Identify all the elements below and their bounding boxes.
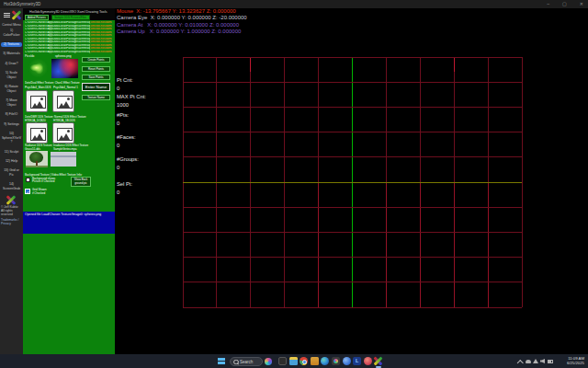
image-placeholder[interactable] <box>52 122 74 144</box>
grid-hline <box>183 207 523 208</box>
section2-left-label: HT8K2A_DCB20 <box>25 119 46 122</box>
grid-hline <box>183 232 523 233</box>
folder-icon[interactable] <box>311 357 319 365</box>
search-label: Search <box>240 360 253 364</box>
grid-vline-bright <box>420 182 421 307</box>
copilot-icon[interactable] <box>265 358 272 365</box>
sidebar-item-14[interactable]: 14) ScreenGrab <box>1 182 22 191</box>
grid-shown-checkbox[interactable]: ✓ <box>25 189 30 194</box>
red-app-icon[interactable] <box>364 357 372 365</box>
grid-tick <box>454 57 455 72</box>
control-menu-label: Control Menu <box>0 23 23 27</box>
status-bar: Opened file Load/Chosen Texture/Image0: … <box>23 212 115 234</box>
tab-sample-dds-pictures[interactable]: Sample DDS Pictures/Files <box>51 15 90 20</box>
tray-speaker-icon[interactable] <box>540 359 546 364</box>
viewport[interactable]: Mouse X: -13.795667 Y: 13.323627 Z: 0.00… <box>115 8 588 354</box>
sidebar-item-7[interactable]: 7) Move Object <box>1 98 22 108</box>
clock-date: 6/25/2025 <box>567 361 584 365</box>
show-background-pic-button[interactable]: Show Back ground pic <box>71 177 91 187</box>
section1-caption: Dots/Dual Effect Texture; Chan1 Effect T… <box>25 81 110 85</box>
tab-added-pictures[interactable]: Added Pictures <box>25 15 49 20</box>
grid-vline <box>522 57 523 307</box>
blue-app-icon[interactable] <box>343 357 351 365</box>
grid-vline-bright <box>318 182 319 307</box>
save-points-button[interactable]: Save Points <box>82 75 110 80</box>
sidebar-item-6[interactable]: 6) Rotate Object <box>1 85 22 94</box>
section1-right-label: Psys3dx4_Normal 1 <box>53 86 78 89</box>
create-points-button[interactable]: Create Points <box>82 57 110 63</box>
camera-at-coordinates: Camera At X: 0.000000 Y: 0.010000 Z: 0.0… <box>117 22 239 28</box>
stat-selpt: Sel Pt:0 <box>117 181 132 195</box>
background-picture-checkbox[interactable] <box>26 178 30 182</box>
taskbar: Search 11:09 AM 6/25/2025 <box>0 354 588 368</box>
mouse-coordinates: Mouse X: -13.795667 Y: 13.323627 Z: 0.00… <box>117 8 236 14</box>
pics-label: Pics/dx <box>25 54 34 58</box>
sidebar-item-4[interactable]: 4) Draw? <box>1 62 22 66</box>
file-path-row[interactable]: C:\Users\CharlieX\AppData\Local\Packages… <box>25 51 112 54</box>
copyright-text: © Jeff Kubitz All rights reserved <box>1 206 22 217</box>
terminal-icon[interactable] <box>278 357 287 365</box>
sidebar-item-10[interactable]: 10) SphereXYorV ? <box>1 132 22 144</box>
status-bar-text: Opened file Load/Chosen Texture/Image0: … <box>25 213 101 216</box>
grid-hline <box>183 307 523 308</box>
grid-vline-bright <box>386 182 387 307</box>
tray-cloud-icon[interactable] <box>526 359 531 364</box>
stat-maxptcnt: MAX Pt Cnt:1000 <box>117 94 146 108</box>
stat-ptcnt: Pt Cnt:0 <box>117 77 133 91</box>
grid-hline <box>183 82 523 83</box>
sidebar-item-1[interactable]: 1) ColorPicker <box>1 29 22 38</box>
file-list: C:\Users\CharlieX\AppData\Local\Packages… <box>25 21 112 53</box>
sidebar-menu: 1) ColorPicker2) Textures3) Materials4) … <box>1 29 22 197</box>
stat-pts: #Pts:0 <box>117 112 129 126</box>
grid-center-hline <box>183 182 523 183</box>
stat-groups: #Groups:0 <box>117 156 139 170</box>
window-title: Hot3dxSymmetry3D <box>4 2 40 6</box>
search-icon <box>233 360 239 365</box>
grid-hline <box>183 257 523 258</box>
tray-battery-icon[interactable] <box>548 359 553 364</box>
sidebar-item-2[interactable]: 2) Textures <box>1 42 22 47</box>
grid-hline <box>183 107 523 108</box>
sidebar-item-5[interactable]: 5) Scale Object <box>1 71 22 80</box>
search-box[interactable]: Search <box>230 357 263 366</box>
linkedin-icon[interactable] <box>353 357 361 365</box>
hot3dx-app-icon[interactable] <box>374 357 382 365</box>
chrome-icon[interactable] <box>300 357 308 365</box>
photos-icon[interactable] <box>332 357 340 365</box>
stat-faces: #Faces:0 <box>117 134 136 148</box>
tray-wifi-icon[interactable] <box>533 359 538 364</box>
grid-vline-bright <box>488 182 489 307</box>
sidebar-item-9[interactable]: 9) Settings <box>1 122 22 127</box>
image-placeholder[interactable] <box>26 90 48 112</box>
sidebar-item-3[interactable]: 3) Materials <box>1 52 22 56</box>
screen: Hot3dxSymmetry3D – ▢ ✕ Control Menu 1) C… <box>0 0 588 368</box>
maximize-button[interactable]: ▢ <box>562 1 567 7</box>
file-explorer-icon[interactable] <box>289 357 298 365</box>
start-button-icon[interactable] <box>218 358 225 365</box>
image-placeholder[interactable] <box>52 90 74 112</box>
tray-chevron-icon[interactable] <box>517 360 523 365</box>
panel-title: Hot3dxSymmetry3D DirectX9O Xaml Drawing … <box>29 10 107 14</box>
section1-left-label: Psys3dx4_Matri.DDS <box>25 86 51 89</box>
reset-points-button[interactable]: Reset Points <box>82 66 110 72</box>
particle-texture-thumbnail[interactable] <box>28 59 49 77</box>
close-button[interactable]: ✕ <box>580 1 583 7</box>
camera-eye-coordinates: Camera Eye X: 0.000000 Y: 0.000000 Z: -2… <box>117 15 247 20</box>
hamburger-menu-icon[interactable] <box>4 13 10 17</box>
sidebar-item-11[interactable]: 11) Sculpt <box>1 150 22 155</box>
minimize-button[interactable]: – <box>547 1 549 7</box>
sphere-texture-thumbnail[interactable] <box>51 59 78 78</box>
grass-texture-thumbnail[interactable] <box>26 151 48 167</box>
sidebar-item-8[interactable]: 8) FileIO <box>1 112 22 117</box>
grid-vline-bright <box>454 182 455 307</box>
sidebar-item-13[interactable]: 13) Grid or Pic <box>1 168 22 178</box>
texture-name-button[interactable]: Texture Name <box>82 95 110 100</box>
blueprint-texture-thumbnail[interactable] <box>51 152 76 167</box>
trademarks-privacy-links[interactable]: Trademarks / Privacy <box>1 219 22 226</box>
clock[interactable]: 11:09 AM 6/25/2025 <box>567 356 584 366</box>
sidebar-item-12[interactable]: 12) Help <box>1 159 22 164</box>
panel-header-area: Hot3dxSymmetry3D DirectX9O Xaml Drawing … <box>23 8 115 20</box>
textures-panel: Hot3dxSymmetry3D DirectX9O Xaml Drawing … <box>23 8 115 354</box>
image-placeholder[interactable] <box>26 122 48 144</box>
edge-icon[interactable] <box>321 357 329 365</box>
